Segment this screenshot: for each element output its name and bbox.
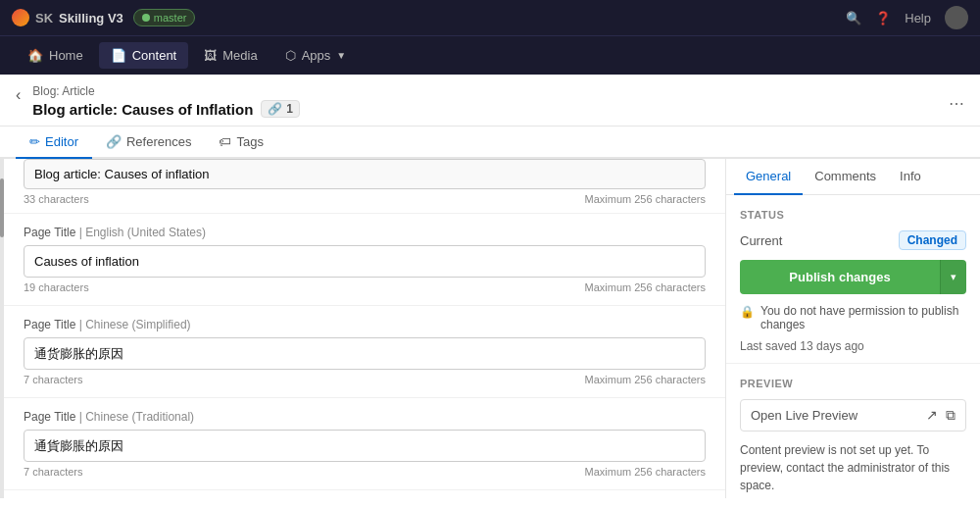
preview-note: Content preview is not set up yet. To pr… [740,441,966,494]
link-count: 1 [286,102,293,116]
right-tab-comments[interactable]: Comments [803,159,888,195]
char-max-english: Maximum 256 characters [585,281,707,293]
char-max-chinese-trad: Maximum 256 characters [585,466,707,478]
publish-button[interactable]: Publish changes [740,260,940,294]
tags-icon: 🏷 [219,134,231,149]
label-text-english: Page Title [24,226,75,239]
permission-note: 🔒 You do not have permission to publish … [740,304,966,331]
content-icon: 📄 [111,48,126,63]
tab-tags[interactable]: 🏷 Tags [205,127,276,159]
field-label-chinese: Page Title | Chinese (Simplified) [24,318,706,331]
permission-text: You do not have permission to publish ch… [760,304,966,331]
brand: SK Skilling V3 [12,9,123,26]
nav-home[interactable]: 🏠 Home [16,42,95,69]
breadcrumb-bar: ‹ Blog: Article Blog article: Causes of … [0,75,980,127]
help-icon[interactable]: ❓ [875,11,891,25]
apps-caret-icon: ▼ [336,50,346,61]
label-text-chinese: Page Title [24,318,75,331]
avatar[interactable] [945,6,968,29]
breadcrumb-parent: Blog: Article [32,84,941,98]
breadcrumb-content: Blog: Article Blog article: Causes of In… [32,84,941,126]
top-partial-field: Blog article: Causes of inflation 33 cha… [4,159,725,214]
search-icon[interactable]: 🔍 [846,11,861,25]
char-count-english: 19 characters Maximum 256 characters [24,281,706,293]
nav-media[interactable]: 🖼 Media [192,42,269,69]
preview-icons: ↗ ⧉ [926,407,956,424]
preview-btn-label: Open Live Preview [751,408,858,423]
publish-btn-wrap: Publish changes ▾ [740,260,966,294]
editor-tab-label: Editor [45,134,78,149]
publish-caret-button[interactable]: ▾ [940,260,966,294]
media-icon: 🖼 [204,48,217,63]
media-label: Media [222,48,257,63]
references-icon: 🔗 [106,134,122,149]
tab-references[interactable]: 🔗 References [92,127,205,159]
top-char-max: Maximum 256 characters [585,193,707,205]
external-link-icon[interactable]: ↗ [926,407,938,424]
references-tab-label: References [126,134,191,149]
more-options-button[interactable]: ⋯ [949,94,964,113]
apps-icon: ⬡ [285,48,296,63]
editor-icon: ✏ [29,134,40,149]
top-char-left: 33 characters [24,193,89,205]
tab-editor[interactable]: ✏ Editor [16,127,92,159]
input-page-title-english[interactable] [24,245,706,278]
status-label: Current [740,233,782,248]
help-label: Help [905,11,931,25]
copy-icon[interactable]: ⧉ [946,407,956,424]
nav-content[interactable]: 📄 Content [99,42,189,69]
main-layout: Blog article: Causes of inflation 33 cha… [0,159,980,498]
input-page-title-chinese-trad[interactable] [24,430,706,462]
status-row: Current Changed [740,230,966,250]
contentful-logo [12,9,29,26]
breadcrumb-title: Blog article: Causes of Inflation 🔗 1 [32,100,941,126]
field-page-title-chinese-trad: Page Title | Chinese (Traditional) 7 cha… [4,398,725,490]
top-nav: SK Skilling V3 master 🔍 ❓ Help [0,0,980,35]
field-label-chinese-trad: Page Title | Chinese (Traditional) [24,410,706,424]
right-tabs: General Comments Info [726,159,980,195]
status-section-title: STATUS [740,209,966,221]
workspace-name: Skilling V3 [59,11,123,25]
home-icon: 🏠 [27,48,43,63]
lang-text-chinese: Chinese (Simplified) [85,318,190,331]
branch-name: master [154,12,187,24]
nav-apps[interactable]: ⬡ Apps ▼ [273,42,359,69]
page-title: Blog article: Causes of Inflation [32,101,253,118]
apps-label: Apps [302,48,331,63]
field-page-title-chinese: Page Title | Chinese (Simplified) 7 char… [4,306,725,398]
preview-section: PREVIEW Open Live Preview ↗ ⧉ Content pr… [726,364,980,498]
workspace-initials: SK [35,11,53,25]
label-text-chinese-trad: Page Title [24,410,75,424]
top-field-value: Blog article: Causes of inflation [24,159,706,189]
content-label: Content [132,48,177,63]
char-left-chinese: 7 characters [24,374,83,385]
tags-tab-label: Tags [236,134,263,149]
back-button[interactable]: ‹ [16,86,24,104]
tabs-bar: ✏ Editor 🔗 References 🏷 Tags [0,127,980,159]
home-label: Home [49,48,83,63]
field-label-english: Page Title | English (United States) [24,226,706,239]
field-page-title-english: Page Title | English (United States) 19 … [4,214,725,306]
content-area: Blog article: Causes of inflation 33 cha… [4,159,725,498]
preview-btn-row[interactable]: Open Live Preview ↗ ⧉ [740,399,966,432]
second-nav: 🏠 Home 📄 Content 🖼 Media ⬡ Apps ▼ [0,35,980,75]
branch-tag[interactable]: master [133,9,196,26]
char-left-english: 19 characters [24,281,89,293]
char-count-chinese-trad: 7 characters Maximum 256 characters [24,466,706,478]
input-page-title-chinese[interactable] [24,337,706,370]
field-page-title-filipino: Page Title | Filipino [4,490,725,498]
char-max-chinese: Maximum 256 characters [585,374,707,385]
preview-section-title: PREVIEW [740,378,966,389]
right-tab-general[interactable]: General [734,159,803,195]
lang-text-english: English (United States) [85,226,206,239]
char-count-chinese: 7 characters Maximum 256 characters [24,374,706,385]
lock-icon: 🔒 [740,305,755,319]
branch-dot [142,14,150,22]
status-badge: Changed [899,230,966,250]
char-left-chinese-trad: 7 characters [24,466,83,478]
link-badge[interactable]: 🔗 1 [261,100,300,118]
status-section: STATUS Current Changed Publish changes ▾… [726,195,980,364]
top-char-count: 33 characters Maximum 256 characters [24,193,706,205]
link-icon: 🔗 [268,102,282,116]
right-tab-info[interactable]: Info [888,159,933,195]
